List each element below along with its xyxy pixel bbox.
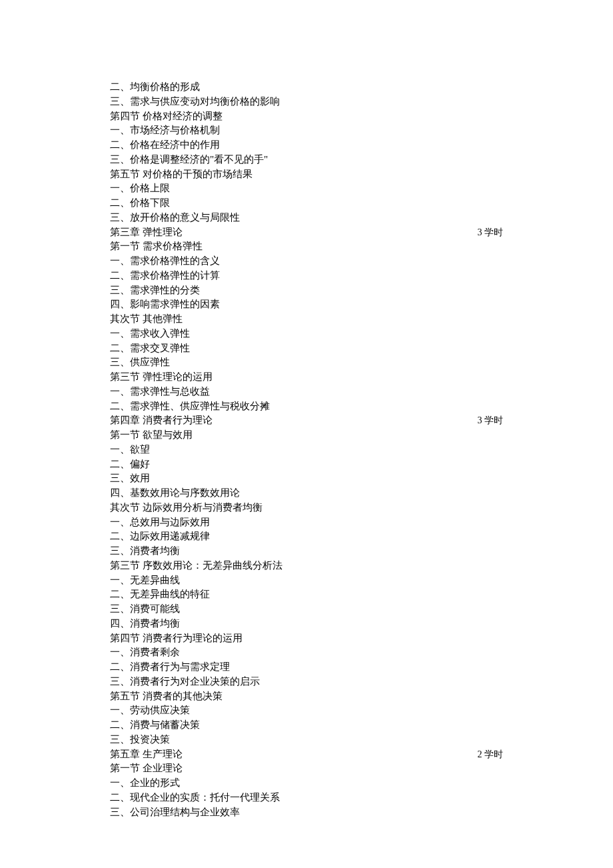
hours-label: 2 学时 <box>464 748 504 761</box>
outline-text: 一、劳动供应决策 <box>110 703 190 718</box>
outline-line: 二、边际效用递减规律 <box>110 529 503 544</box>
outline-line: 第一节 需求价格弹性 <box>110 239 503 254</box>
outline-text: 三、消费者行为对企业决策的启示 <box>110 675 260 689</box>
outline-line: 三、投资决策 <box>110 733 503 747</box>
outline-line: 二、价格在经济中的作用 <box>110 138 503 153</box>
outline-text: 三、消费者均衡 <box>110 544 180 559</box>
outline-text: 三、供应弹性 <box>110 355 170 370</box>
outline-text: 第五章 生产理论 <box>110 747 183 762</box>
outline-text: 第三节 序数效用论：无差异曲线分析法 <box>110 559 283 573</box>
outline-text: 第一节 欲望与效用 <box>110 428 193 443</box>
outline-line: 二、消费与储蓄决策 <box>110 718 503 733</box>
outline-line: 三、消费可能线 <box>110 602 503 617</box>
outline-line: 一、总效用与边际效用 <box>110 515 503 530</box>
outline-line: 一、企业的形式 <box>110 776 503 791</box>
outline-text: 二、需求交叉弹性 <box>110 341 190 356</box>
outline-line: 二、无差异曲线的特征 <box>110 587 503 602</box>
outline-line: 二、现代企业的实质：托付一代理关系 <box>110 791 503 805</box>
outline-line: 二、均衡价格的形成 <box>110 80 503 95</box>
outline-line: 第五节 对价格的干预的市场结果 <box>110 167 503 182</box>
outline-line: 一、无差异曲线 <box>110 573 503 588</box>
outline-text: 二、价格在经济中的作用 <box>110 138 220 153</box>
outline-text: 一、总效用与边际效用 <box>110 515 210 530</box>
outline-line: 三、消费者均衡 <box>110 544 503 559</box>
outline-line: 一、价格上限 <box>110 181 503 196</box>
outline-line: 三、公司治理结构与企业效率 <box>110 805 503 820</box>
outline-text: 第四章 消费者行为理论 <box>110 413 213 428</box>
hours-label: 3 学时 <box>464 414 504 427</box>
outline-line: 第三节 弹性理论的运用 <box>110 370 503 385</box>
outline-text: 二、现代企业的实质：托付一代理关系 <box>110 791 280 805</box>
outline-text: 一、欲望 <box>110 443 150 457</box>
outline-text: 二、消费与储蓄决策 <box>110 718 200 733</box>
outline-text: 三、投资决策 <box>110 733 170 747</box>
outline-line: 其次节 边际效用分析与消费者均衡 <box>110 501 503 515</box>
outline-text: 第五节 对价格的干预的市场结果 <box>110 167 253 182</box>
outline-line: 四、消费者均衡 <box>110 617 503 631</box>
outline-text: 三、需求与供应变动对均衡价格的影响 <box>110 95 280 109</box>
outline-line: 第四节 价格对经济的调整 <box>110 109 503 124</box>
outline-text: 三、价格是调整经济的"看不见的手" <box>110 153 268 167</box>
outline-line: 一、需求价格弹性的含义 <box>110 254 503 269</box>
outline-line: 四、基数效用论与序数效用论 <box>110 486 503 501</box>
outline-text: 其次节 其他弹性 <box>110 312 183 327</box>
outline-text: 四、基数效用论与序数效用论 <box>110 486 240 501</box>
outline-text: 一、需求价格弹性的含义 <box>110 254 220 269</box>
outline-text: 二、均衡价格的形成 <box>110 80 200 95</box>
outline-line: 第四节 消费者行为理论的运用 <box>110 631 503 646</box>
outline-text: 一、需求弹性与总收益 <box>110 385 210 399</box>
outline-text: 三、放开价格的意义与局限性 <box>110 211 240 225</box>
outline-line: 二、需求弹性、供应弹性与税收分摊 <box>110 399 503 414</box>
outline-line: 第一节 欲望与效用 <box>110 428 503 443</box>
outline-text: 第三节 弹性理论的运用 <box>110 370 213 385</box>
outline-text: 二、消费者行为与需求定理 <box>110 660 230 675</box>
outline-line: 三、需求与供应变动对均衡价格的影响 <box>110 95 503 109</box>
outline-line: 第五节 消费者的其他决策 <box>110 689 503 704</box>
outline-text: 一、企业的形式 <box>110 776 180 791</box>
outline-text: 二、无差异曲线的特征 <box>110 587 210 602</box>
outline-line: 一、消费者剩余 <box>110 645 503 660</box>
outline-text: 第五节 消费者的其他决策 <box>110 689 223 704</box>
outline-line: 三、消费者行为对企业决策的启示 <box>110 675 503 689</box>
outline-line: 一、市场经济与价格机制 <box>110 123 503 138</box>
outline-line: 一、需求弹性与总收益 <box>110 385 503 399</box>
outline-text: 第一节 企业理论 <box>110 761 183 776</box>
outline-line: 三、放开价格的意义与局限性 <box>110 211 503 225</box>
outline-text: 四、影响需求弹性的因素 <box>110 297 220 312</box>
document-page: 二、均衡价格的形成三、需求与供应变动对均衡价格的影响第四节 价格对经济的调整一、… <box>0 0 613 859</box>
outline-text: 第三章 弹性理论 <box>110 225 183 240</box>
outline-line: 二、需求价格弹性的计算 <box>110 269 503 283</box>
outline-text: 其次节 边际效用分析与消费者均衡 <box>110 501 263 515</box>
outline-text: 一、需求收入弹性 <box>110 327 190 341</box>
outline-line: 其次节 其他弹性 <box>110 312 503 327</box>
outline-line: 三、价格是调整经济的"看不见的手" <box>110 153 503 167</box>
outline-line: 第三章 弹性理论3 学时 <box>110 225 503 240</box>
outline-text: 二、需求弹性、供应弹性与税收分摊 <box>110 399 270 414</box>
hours-label: 3 学时 <box>464 226 504 239</box>
outline-line: 第四章 消费者行为理论3 学时 <box>110 413 503 428</box>
outline-text: 三、效用 <box>110 471 150 486</box>
outline-text: 第四节 价格对经济的调整 <box>110 109 223 124</box>
outline-line: 一、需求收入弹性 <box>110 327 503 341</box>
outline-line: 第一节 企业理论 <box>110 761 503 776</box>
outline-text: 一、市场经济与价格机制 <box>110 123 220 138</box>
outline-text: 三、消费可能线 <box>110 602 180 617</box>
outline-text: 四、消费者均衡 <box>110 617 180 631</box>
outline-text: 一、无差异曲线 <box>110 573 180 588</box>
outline-line: 二、需求交叉弹性 <box>110 341 503 356</box>
outline-text: 二、价格下限 <box>110 196 170 211</box>
outline-line: 二、消费者行为与需求定理 <box>110 660 503 675</box>
outline-line: 二、价格下限 <box>110 196 503 211</box>
outline-line: 第三节 序数效用论：无差异曲线分析法 <box>110 559 503 573</box>
outline-line: 三、效用 <box>110 471 503 486</box>
outline-line: 四、影响需求弹性的因素 <box>110 297 503 312</box>
outline-line: 三、需求弹性的分类 <box>110 283 503 298</box>
outline-text: 一、消费者剩余 <box>110 645 180 660</box>
outline-text: 第四节 消费者行为理论的运用 <box>110 631 243 646</box>
outline-text: 三、公司治理结构与企业效率 <box>110 805 240 820</box>
outline-text: 一、价格上限 <box>110 181 170 196</box>
outline-line: 一、欲望 <box>110 443 503 457</box>
outline-text: 二、偏好 <box>110 457 150 472</box>
outline-text: 二、边际效用递减规律 <box>110 529 210 544</box>
outline-line: 三、供应弹性 <box>110 355 503 370</box>
